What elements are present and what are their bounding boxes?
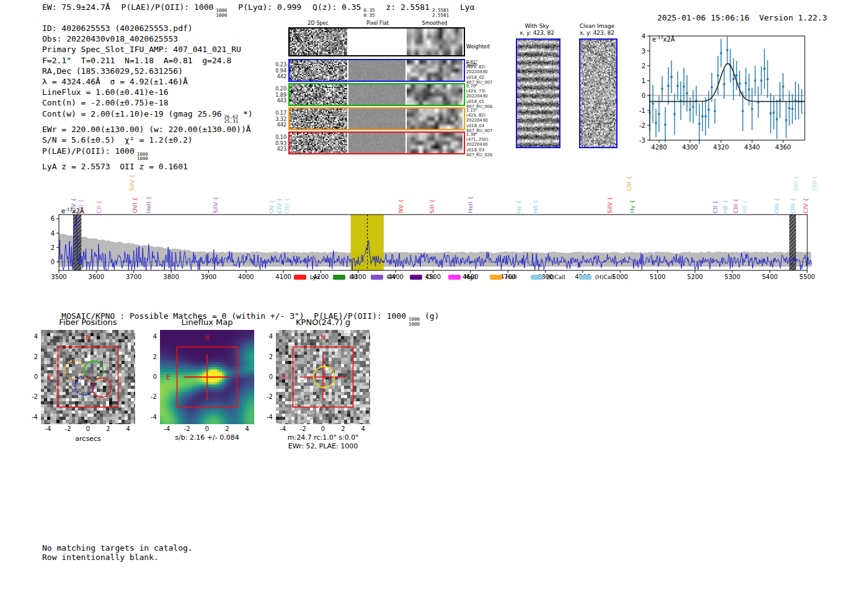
svg-text:4280: 4280 bbox=[651, 144, 666, 151]
fiber-positions-title: Fiber Positions bbox=[41, 318, 135, 327]
svg-text:-2: -2 bbox=[639, 122, 645, 129]
legend-item-0: Lyα bbox=[294, 274, 319, 280]
kpno-xtick: -2 bbox=[297, 425, 309, 432]
legend-swatch bbox=[448, 275, 461, 280]
svg-text:N: N bbox=[321, 334, 325, 341]
lineflux-ytick: -2 bbox=[143, 393, 157, 400]
info-line-2: Primary Spec_Slot_IFU_AMP: 407_041_021_R… bbox=[42, 44, 253, 55]
info-line-5: λ = 4324.46Å σ = 4.92(±1.46)Å bbox=[42, 76, 253, 87]
detection-info-block: ID: 4020625553 (4020625553.pdf)Obs: 2022… bbox=[42, 23, 253, 172]
svg-text:5400: 5400 bbox=[762, 273, 777, 280]
legend-swatch bbox=[371, 275, 383, 280]
lineflux-xtick: -4 bbox=[161, 425, 173, 432]
legend-label: (H)CaII bbox=[595, 274, 614, 280]
header-stats: EW: 75.9±24.7ÅP(LAE)/P(OII): 10001000100… bbox=[42, 2, 485, 18]
cutout-row-3 bbox=[288, 107, 465, 130]
clean-image bbox=[579, 38, 618, 148]
legend-swatch bbox=[531, 275, 543, 280]
legend-label: HeII bbox=[506, 274, 517, 280]
line-fit-plot: -3-2-10123442804300432043404360 bbox=[632, 30, 846, 154]
lineflux-ytick: -4 bbox=[143, 414, 157, 420]
lineflux-ytick: 0 bbox=[143, 373, 157, 380]
emission-line-label-ciii-16: CIII { bbox=[626, 176, 632, 191]
fiber-ytick: -2 bbox=[24, 393, 38, 400]
lineflux-map-title: Lineflux Map bbox=[160, 318, 254, 327]
emission-line-label-oiii-25: OIII { bbox=[811, 176, 818, 191]
legend-label: MgII bbox=[464, 274, 476, 280]
emission-line-label-oiii-24: OIII { bbox=[792, 176, 799, 191]
legend-item-6: (K)CaII bbox=[531, 274, 565, 280]
svg-text:3700: 3700 bbox=[126, 273, 141, 280]
footer-note-2: Row intentionally blank. bbox=[42, 552, 159, 562]
info-line-0: ID: 4020625553 (4020625553.pdf) bbox=[42, 23, 253, 33]
legend-label: Lyα bbox=[310, 274, 319, 280]
header-stat-4: z: 2.55812.55812.5581 bbox=[386, 2, 449, 12]
cutout-2dspec-image bbox=[290, 109, 347, 129]
svg-text:0: 0 bbox=[642, 92, 645, 99]
svg-text:-1: -1 bbox=[639, 107, 645, 114]
report-datetime: 2025-01-06 15:06:16 bbox=[657, 13, 750, 22]
fiber-xtick: 4 bbox=[122, 425, 135, 432]
info-line-10: S/N = 5.6(±0.5) χ² = 1.2(±0.2) bbox=[42, 135, 253, 145]
svg-text:3: 3 bbox=[642, 48, 645, 55]
svg-text:3800: 3800 bbox=[163, 273, 179, 280]
cutout-2dspec-image bbox=[290, 29, 347, 55]
svg-text:E: E bbox=[47, 374, 51, 381]
header-stat-2: P(Lyα): 0.999 bbox=[238, 2, 301, 12]
cutout-row-0 bbox=[288, 27, 465, 56]
info-line-8: Cont(w) = 2.00(±1.10)e-19 (gmag 25.9626.… bbox=[42, 109, 253, 125]
svg-text:N: N bbox=[86, 334, 90, 341]
svg-text:3900: 3900 bbox=[201, 273, 216, 280]
svg-text:5200: 5200 bbox=[687, 273, 702, 280]
with-sky-title: With Sky x, y: 423, 82 bbox=[510, 23, 564, 37]
cutout-row-annotation: 1.15"(423, 82)20220430v018_03407_RU_007 bbox=[466, 108, 500, 133]
fiber-xlabel: arcsecs bbox=[41, 435, 135, 443]
legend-swatch bbox=[294, 275, 306, 280]
svg-text:E: E bbox=[166, 374, 170, 381]
cutout-smoothed-image bbox=[407, 109, 463, 129]
svg-text:4360: 4360 bbox=[775, 144, 790, 151]
cutout-pixelflat-image bbox=[348, 60, 405, 81]
cutout-pixelflat-image bbox=[348, 133, 405, 153]
svg-text:0: 0 bbox=[51, 259, 55, 265]
svg-text:E: E bbox=[282, 374, 286, 381]
kpno-xtick: -4 bbox=[277, 425, 289, 432]
legend-swatch bbox=[333, 275, 345, 280]
info-line-3: F=2.1" T=0.211 N=1.18 A=0.81 g=24.8 bbox=[42, 55, 253, 66]
fiber-ytick: -4 bbox=[24, 414, 38, 420]
fiber-xtick: -2 bbox=[62, 425, 74, 432]
cutout-smoothed-image bbox=[407, 29, 463, 55]
lineflux-xtick: 2 bbox=[221, 425, 233, 432]
lineflux-caption: s/b: 2.16 +/- 0.084 bbox=[145, 433, 269, 442]
with-sky-image bbox=[516, 38, 560, 148]
cutout-2dspec-image bbox=[290, 133, 347, 153]
info-line-4: RA,Dec (185.336029,52.631256) bbox=[42, 66, 253, 76]
cutout-row-left-labels: 0.100.93423 bbox=[272, 135, 286, 153]
fiber-positions-overlay: NE bbox=[41, 330, 135, 424]
cutout-pixelflat-image bbox=[348, 84, 405, 105]
info-line-7: Cont(n) = -2.00(±0.75)e-18 bbox=[42, 97, 253, 108]
legend-swatch bbox=[490, 275, 502, 280]
legend-swatch bbox=[410, 275, 422, 280]
cutout-pixelflat-image bbox=[348, 109, 405, 129]
fiber-ytick: 2 bbox=[24, 353, 38, 360]
lineflux-xtick: 0 bbox=[201, 425, 213, 432]
svg-text:4: 4 bbox=[51, 230, 55, 237]
kpno-title: KPNO(24.7) g bbox=[276, 318, 370, 327]
info-line-9: EWr = 220.00(±130.00) (w: 220.00(±130.00… bbox=[42, 124, 253, 135]
svg-text:5000: 5000 bbox=[613, 273, 628, 280]
svg-text:3500: 3500 bbox=[51, 273, 66, 280]
kpno-caption-2: EWr: 52, PLAE: 1000 bbox=[261, 442, 385, 450]
svg-text:2: 2 bbox=[642, 63, 645, 69]
cutout-row-left-labels: 0.230.94442 bbox=[272, 62, 286, 80]
lineflux-xtick: 4 bbox=[241, 425, 254, 432]
info-line-1: Obs: 20220430v018_4020625553 bbox=[42, 33, 253, 44]
svg-text:5100: 5100 bbox=[650, 273, 665, 280]
svg-text:4: 4 bbox=[642, 33, 645, 40]
legend-label: CIV bbox=[387, 274, 396, 280]
kpno-caption-1: m:24.7 rc:1.0" s:0.0" bbox=[261, 433, 385, 442]
legend-label: (K)CaII bbox=[547, 274, 565, 280]
kpno-ytick: 4 bbox=[259, 333, 273, 340]
fiber-xtick: 0 bbox=[82, 425, 94, 432]
header-stat-1: P(LAE)/P(OII): 100010001000 bbox=[122, 2, 228, 12]
